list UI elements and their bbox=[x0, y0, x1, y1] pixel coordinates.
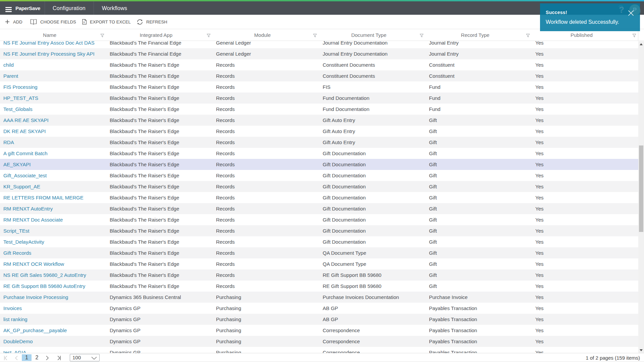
svg-text:x: x bbox=[83, 20, 85, 24]
